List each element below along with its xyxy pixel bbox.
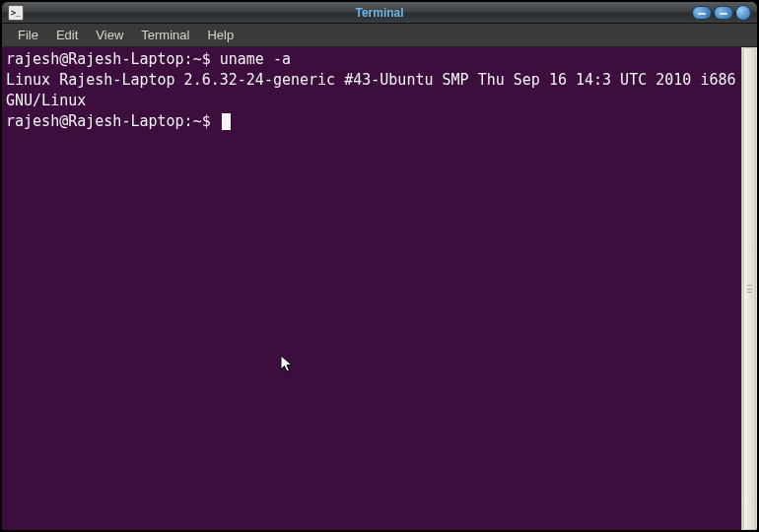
menu-edit[interactable]: Edit <box>48 26 86 44</box>
command-text: uname -a <box>220 50 291 68</box>
minimize-button[interactable] <box>692 6 712 20</box>
menubar: File Edit View Terminal Help <box>2 24 757 47</box>
text-cursor <box>222 113 231 130</box>
menu-help[interactable]: Help <box>199 26 242 44</box>
prompt: rajesh@Rajesh-Laptop:~$ <box>6 50 220 68</box>
close-button[interactable] <box>735 5 751 21</box>
window-controls <box>692 5 751 21</box>
prompt: rajesh@Rajesh-Laptop:~$ <box>6 112 220 130</box>
terminal-line: Linux Rajesh-Laptop 2.6.32-24-generic #4… <box>6 70 737 111</box>
menu-terminal[interactable]: Terminal <box>133 26 197 44</box>
terminal-line: rajesh@Rajesh-Laptop:~$ uname -a <box>6 49 737 70</box>
titlebar[interactable]: >_ Terminal <box>2 2 757 24</box>
terminal-area: rajesh@Rajesh-Laptop:~$ uname -aLinux Ra… <box>2 47 757 530</box>
maximize-button[interactable] <box>714 6 733 20</box>
terminal-window: >_ Terminal File Edit View Terminal Help… <box>0 0 759 532</box>
menu-file[interactable]: File <box>10 26 46 44</box>
scrollbar[interactable] <box>741 47 757 530</box>
terminal-line: rajesh@Rajesh-Laptop:~$ <box>6 111 737 132</box>
window-title: Terminal <box>2 2 757 24</box>
app-icon: >_ <box>8 5 24 21</box>
menu-view[interactable]: View <box>88 26 131 44</box>
scroll-thumb[interactable] <box>743 47 756 530</box>
terminal-output[interactable]: rajesh@Rajesh-Laptop:~$ uname -aLinux Ra… <box>2 47 741 530</box>
